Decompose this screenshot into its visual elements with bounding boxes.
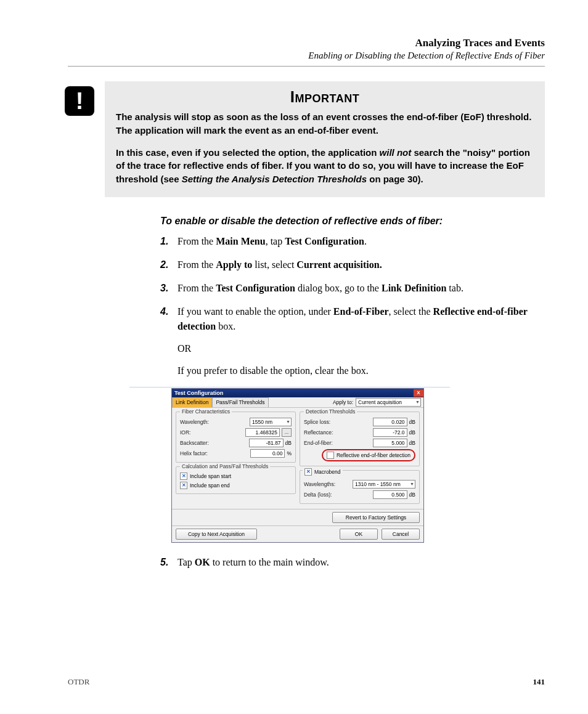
detection-thresholds-group: Detection Thresholds Splice loss: 0.020d…: [300, 412, 420, 466]
db-unit: dB: [285, 440, 292, 446]
macrobend-group: ✕ Macrobend Wavelengths: 1310 nm - 1550 …: [300, 470, 420, 504]
backscatter-label: Backscatter:: [180, 440, 209, 446]
eof-input[interactable]: 5.000: [373, 439, 407, 447]
wavelength-label: Wavelength:: [180, 419, 209, 425]
dialog: Test Configuration X Link Definition Pas…: [171, 388, 424, 543]
page-header: Analyzing Traces and Events Enabling or …: [68, 37, 545, 61]
db-unit: dB: [409, 492, 415, 498]
page-footer: OTDR 141: [68, 677, 545, 687]
important-callout: ! Important The analysis will stop as so…: [105, 81, 545, 197]
reflectance-input[interactable]: -72.0: [373, 428, 407, 437]
dialog-title: Test Configuration: [174, 390, 223, 396]
helix-label: Helix factor:: [180, 450, 208, 456]
page-number: 141: [533, 677, 545, 687]
chevron-down-icon: ▼: [286, 420, 290, 424]
chevron-down-icon: ▼: [415, 400, 420, 404]
step-3: 3.From the Test Configuration dialog box…: [160, 281, 545, 296]
fiber-legend: Fiber Characteristics: [180, 408, 232, 415]
tabs-row: Link Definition Pass/Fail Thresholds App…: [172, 397, 423, 408]
dialog-body: Fiber Characteristics Wavelength: 1550 n…: [172, 408, 423, 509]
macro-delta-input[interactable]: 0.500: [373, 490, 407, 499]
span-end-label: Include span end: [190, 482, 230, 489]
reflective-eof-highlight: Reflective end-of-fiber detection: [322, 449, 415, 461]
span-start-label: Include span start: [190, 473, 231, 479]
footer-left: OTDR: [68, 677, 89, 687]
reflective-eof-checkbox[interactable]: [327, 452, 334, 459]
det-legend: Detection Thresholds: [304, 408, 357, 415]
db-unit: dB: [409, 429, 415, 436]
wavelength-combo[interactable]: 1550 nm▼: [250, 418, 292, 426]
db-unit: dB: [409, 419, 415, 425]
steps-list: 1.From the Main Menu, tap Test Configura…: [160, 234, 545, 378]
header-rule: [68, 66, 545, 67]
dialog-button-row: Copy to Next Acquisition OK Cancel: [172, 525, 423, 542]
step-5: 5.Tap OK to return to the main window.: [160, 555, 545, 570]
copy-next-button[interactable]: Copy to Next Acquisition: [176, 529, 257, 540]
close-button[interactable]: X: [414, 389, 423, 397]
reflectance-label: Reflectance:: [304, 429, 333, 436]
dialog-titlebar: Test Configuration X: [172, 389, 423, 397]
ior-label: IOR:: [180, 429, 190, 436]
macro-delta-label: Delta (loss):: [304, 492, 332, 498]
chevron-down-icon: ▼: [410, 482, 414, 486]
content: To enable or disable the detection of re…: [160, 216, 545, 570]
procedure-title: To enable or disable the detection of re…: [160, 216, 545, 227]
calculation-group: Calculation and Pass/Fail Thresholds ✕In…: [176, 466, 296, 494]
span-start-checkbox[interactable]: ✕: [180, 473, 187, 480]
percent-unit: %: [287, 450, 292, 456]
tab-passfail[interactable]: Pass/Fail Thresholds: [212, 397, 268, 407]
step-2: 2.From the Apply to list, select Current…: [160, 258, 545, 272]
important-heading: Important: [116, 87, 534, 107]
splice-input[interactable]: 0.020: [373, 418, 407, 426]
important-text: The analysis will stop as soon as the lo…: [116, 110, 534, 186]
cancel-button[interactable]: Cancel: [382, 529, 420, 540]
fiber-characteristics-group: Fiber Characteristics Wavelength: 1550 n…: [176, 412, 296, 463]
macro-wave-label: Wavelengths:: [304, 481, 335, 487]
macrobend-label: Macrobend: [314, 469, 341, 475]
screenshot: Test Configuration X Link Definition Pas…: [154, 387, 545, 543]
ior-input[interactable]: 1.468325: [245, 428, 280, 437]
step-1: 1.From the Main Menu, tap Test Configura…: [160, 234, 545, 249]
important-p2: In this case, even if you selected the o…: [116, 146, 534, 186]
span-end-checkbox[interactable]: ✕: [180, 482, 187, 489]
steps-list-2: 5.Tap OK to return to the main window.: [160, 555, 545, 570]
revert-button[interactable]: Revert to Factory Settings: [332, 512, 420, 523]
section-title: Enabling or Disabling the Detection of R…: [68, 51, 545, 61]
dialog-revert-row: Revert to Factory Settings: [172, 509, 423, 525]
splice-label: Splice loss:: [304, 419, 330, 425]
macrobend-checkbox[interactable]: ✕: [304, 468, 312, 476]
exclamation-icon: !: [65, 86, 94, 116]
backscatter-input[interactable]: -81.87: [249, 439, 284, 447]
db-unit: dB: [409, 440, 415, 446]
chapter-title: Analyzing Traces and Events: [68, 37, 545, 49]
macro-wave-combo[interactable]: 1310 nm - 1550 nm▼: [353, 480, 415, 489]
important-box: Important The analysis will stop as soon…: [105, 81, 545, 197]
important-p1: The analysis will stop as soon as the lo…: [116, 110, 534, 137]
tab-link-definition[interactable]: Link Definition: [172, 397, 212, 407]
apply-to-combo[interactable]: Current acquisition▼: [356, 398, 421, 407]
calc-legend: Calculation and Pass/Fail Thresholds: [180, 463, 270, 469]
eof-label: End-of-fiber:: [304, 440, 333, 446]
reflective-eof-label: Reflective end-of-fiber detection: [337, 452, 410, 458]
step-4: 4. If you want to enable the option, und…: [160, 304, 545, 378]
ok-button[interactable]: OK: [340, 529, 378, 540]
apply-to-label: Apply to:: [333, 399, 353, 405]
page: Analyzing Traces and Events Enabling or …: [0, 0, 588, 714]
helix-input[interactable]: 0.00: [250, 449, 285, 458]
ior-browse-button[interactable]: ...: [282, 428, 292, 437]
